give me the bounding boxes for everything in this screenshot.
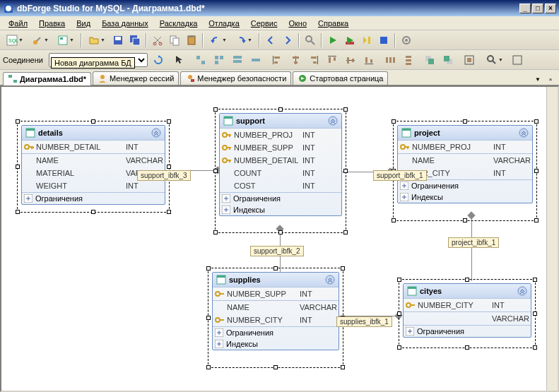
open-button[interactable]: ▼: [85, 32, 109, 48]
svg-point-17: [306, 36, 312, 42]
collapse-icon[interactable]: [151, 128, 161, 138]
entity-details[interactable]: details NUMBER_DETAILINT NAMEVARCHAR MAT…: [21, 125, 165, 205]
arrow-tool-button[interactable]: [172, 52, 187, 68]
svg-rect-10: [133, 38, 140, 45]
step-button[interactable]: [359, 32, 375, 48]
tab-start[interactable]: Стартовая страница: [293, 71, 388, 85]
svg-rect-8: [115, 37, 121, 40]
new-connection-button[interactable]: ▼: [28, 32, 52, 48]
align-right-button[interactable]: [306, 52, 322, 68]
tab-diagram[interactable]: Диаграмма1.dbd*: [3, 72, 91, 85]
svg-rect-23: [196, 56, 200, 59]
entity-support[interactable]: support NUMBER_PROJINT NUMBER_SUPPINT NU…: [219, 113, 342, 216]
run-button[interactable]: [325, 32, 341, 48]
vertical-scrollbar[interactable]: [546, 87, 558, 391]
toolbar-main: SQL▼ ▼ ▼ ▼ ▼ ▼: [0, 30, 559, 50]
table-icon: [407, 286, 417, 296]
menu-service[interactable]: Сервис: [245, 18, 283, 29]
collapse-icon[interactable]: [519, 128, 529, 138]
send-back-button[interactable]: [440, 52, 456, 68]
cut-button[interactable]: [150, 32, 165, 48]
relation-label[interactable]: project_ibfk_1: [448, 237, 499, 248]
expand-icon[interactable]: [400, 193, 408, 201]
distribute-v-button[interactable]: [401, 52, 416, 68]
collapse-icon[interactable]: [517, 286, 527, 296]
tab-security[interactable]: Менеджер безопасности: [180, 71, 291, 85]
entity-cityes[interactable]: cityes NUMBER_CITYINT VARCHAR Ограничени…: [403, 283, 531, 338]
svg-rect-5: [59, 36, 67, 44]
svg-rect-29: [233, 60, 242, 63]
save-button[interactable]: [110, 32, 126, 48]
menu-debug[interactable]: Отладка: [203, 18, 245, 29]
minimize-button[interactable]: _: [519, 4, 531, 13]
menu-help[interactable]: Справка: [312, 18, 354, 29]
svg-rect-40: [328, 56, 336, 57]
distribute-h-button[interactable]: [382, 52, 398, 68]
tabs-dropdown-button[interactable]: ▼: [532, 73, 543, 85]
entity-project[interactable]: project NUMBER_PROJINT NAMEVARCHAR BER_C…: [397, 125, 533, 203]
expand-icon[interactable]: [222, 194, 230, 203]
svg-rect-67: [191, 79, 194, 82]
key-icon: [215, 315, 225, 325]
zoom-dropdown[interactable]: ▼: [483, 52, 507, 68]
navigate-back-button[interactable]: [263, 32, 278, 48]
refresh-connection-button[interactable]: [151, 52, 166, 68]
layout-tool-4[interactable]: [248, 52, 264, 68]
collapse-icon[interactable]: [328, 116, 338, 126]
layout-tool-2[interactable]: [211, 52, 227, 68]
zoom-tool-button[interactable]: [461, 52, 477, 68]
debug-button[interactable]: [342, 32, 358, 48]
relation-label[interactable]: support_ibfk_1: [373, 170, 427, 181]
start-icon: [298, 73, 307, 83]
entity-header[interactable]: details: [22, 126, 165, 141]
expand-icon[interactable]: [215, 340, 223, 348]
relation-label[interactable]: support_ibfk_2: [250, 246, 304, 256]
relation-label[interactable]: supplies_ibfk_1: [336, 316, 392, 327]
layout-tool-1[interactable]: [193, 52, 208, 68]
key-icon: [215, 289, 225, 299]
align-bottom-button[interactable]: [361, 52, 377, 68]
svg-rect-27: [215, 61, 218, 64]
bring-front-button[interactable]: [422, 52, 437, 68]
undo-button[interactable]: ▼: [206, 32, 230, 48]
relation-label[interactable]: support_ibfk_3: [137, 170, 191, 181]
fit-button[interactable]: [510, 52, 525, 68]
copy-button[interactable]: [167, 32, 182, 48]
stop-button[interactable]: [376, 32, 392, 48]
entity-supplies[interactable]: supplies NUMBER_SUPPINT NAMEVARCHAR NUMB…: [212, 272, 339, 350]
align-center-button[interactable]: [288, 52, 303, 68]
expand-icon[interactable]: [406, 327, 414, 335]
menu-file[interactable]: Файл: [3, 18, 33, 29]
svg-rect-44: [347, 57, 349, 64]
menu-edit[interactable]: Правка: [33, 18, 71, 29]
collapse-icon[interactable]: [325, 275, 335, 285]
align-middle-button[interactable]: [343, 52, 358, 68]
expand-icon[interactable]: [400, 182, 408, 190]
paste-button[interactable]: [184, 32, 199, 48]
new-diagram-button[interactable]: ▼: [54, 32, 78, 48]
svg-rect-96: [408, 287, 416, 289]
align-top-button[interactable]: [324, 52, 340, 68]
diagram-canvas[interactable]: details NUMBER_DETAILINT NAMEVARCHAR MAT…: [0, 85, 559, 392]
new-sql-button[interactable]: SQL▼: [3, 32, 27, 48]
tabs-close-button[interactable]: ×: [545, 73, 556, 85]
maximize-button[interactable]: □: [532, 4, 543, 13]
layout-tool-3[interactable]: [230, 52, 245, 68]
table-icon: [401, 128, 411, 138]
svg-rect-30: [252, 59, 260, 61]
tab-sessions[interactable]: Менеджер сессий: [93, 71, 179, 85]
redo-button[interactable]: ▼: [232, 32, 256, 48]
close-button[interactable]: ×: [545, 4, 556, 13]
navigate-forward-button[interactable]: [280, 32, 295, 48]
expand-icon[interactable]: [222, 206, 230, 214]
menu-layout[interactable]: Раскладка: [154, 18, 204, 29]
align-left-button[interactable]: [269, 52, 285, 68]
menu-database[interactable]: База данных: [96, 18, 154, 29]
find-button[interactable]: [302, 32, 318, 48]
menu-view[interactable]: Вид: [71, 18, 96, 29]
save-all-button[interactable]: [127, 32, 143, 48]
expand-icon[interactable]: [215, 328, 223, 337]
expand-icon[interactable]: [24, 194, 33, 203]
menu-window[interactable]: Окно: [283, 18, 312, 29]
settings-button[interactable]: [399, 32, 414, 48]
